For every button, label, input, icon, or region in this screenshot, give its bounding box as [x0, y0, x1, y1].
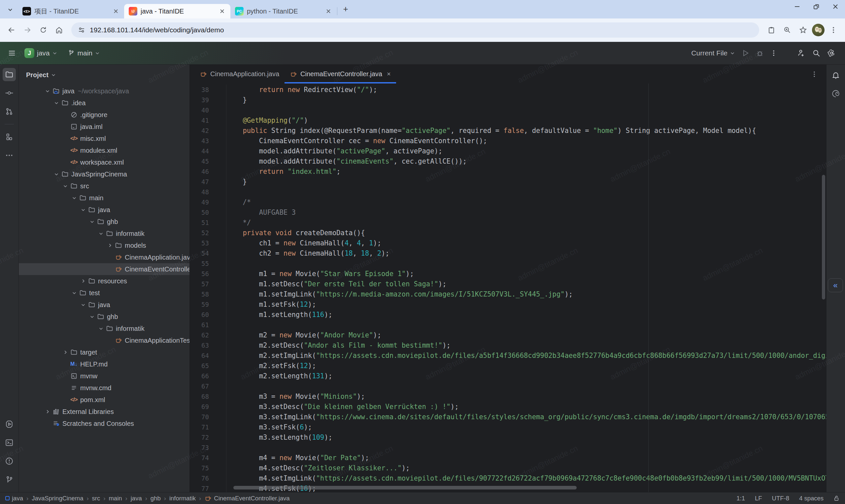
new-tab-button[interactable]: +	[340, 3, 351, 15]
status-indent-size[interactable]: 4 spaces	[799, 495, 824, 502]
status-caret-position[interactable]: 1:1	[736, 495, 745, 502]
more-tools-button[interactable]	[3, 149, 16, 162]
browser-tab-3[interactable]: PCpython - TitanIDE	[230, 4, 337, 18]
tree-chevron-icon[interactable]	[96, 326, 106, 331]
window-restore-button[interactable]	[807, 0, 826, 13]
tree-item-external-libraries[interactable]: External Libraries	[19, 406, 190, 418]
tree-item-cinemaapplication.java[interactable]: CinemaApplication.java	[19, 251, 190, 263]
git-tool-button[interactable]	[3, 473, 16, 486]
tree-item-main[interactable]: main	[19, 192, 190, 204]
structure-tool-button[interactable]	[3, 130, 16, 143]
debug-button[interactable]	[753, 46, 767, 60]
url-text[interactable]: 192.168.101.144/ide/web/coding/java/demo	[90, 26, 224, 34]
close-tab-icon[interactable]	[218, 7, 226, 16]
tree-item-cinemaeventcontroller.java[interactable]: CinemaEventController.java	[19, 263, 190, 275]
tree-item-scratches-and-consoles[interactable]: Scratches and Consoles	[19, 418, 190, 430]
editor-tab-cinemaapplication.java[interactable]: CinemaApplication.java	[194, 65, 284, 84]
status-line-ending[interactable]: LF	[755, 495, 762, 502]
tree-chevron-icon[interactable]	[78, 208, 88, 212]
tree-item-cinemaapplicationtests.java[interactable]: CinemaApplicationTests.java	[19, 335, 190, 346]
breadcrumb-item-ghb[interactable]: ghb	[151, 495, 161, 502]
back-button[interactable]	[5, 23, 18, 37]
bookmark-star-icon[interactable]	[796, 23, 810, 37]
breadcrumb-item-cinemaeventcontroller.java[interactable]: CinemaEventController.java	[204, 495, 289, 502]
editor-tabs-more-button[interactable]	[811, 65, 826, 84]
tree-item-src[interactable]: src	[19, 180, 190, 192]
tree-chevron-icon[interactable]	[87, 219, 97, 224]
tree-item-workspace.xml[interactable]: </>workspace.xml	[19, 156, 190, 168]
run-button[interactable]	[738, 46, 753, 60]
profile-avatar[interactable]	[812, 24, 825, 36]
tree-item-test[interactable]: test	[19, 287, 190, 299]
address-bar[interactable]: 192.168.101.144/ide/web/coding/java/demo	[71, 22, 759, 38]
tree-chevron-icon[interactable]	[87, 314, 97, 319]
notifications-button[interactable]	[829, 69, 842, 82]
breadcrumb-item-java[interactable]: java	[131, 495, 142, 502]
readonly-lock-icon[interactable]	[833, 495, 840, 501]
zoom-extension-icon[interactable]	[780, 23, 794, 37]
browser-tab-2[interactable]: IJjava - TitanIDE	[124, 4, 230, 18]
tree-item-resources[interactable]: resources	[19, 275, 190, 287]
tree-chevron-icon[interactable]	[52, 172, 61, 177]
collapse-panel-button[interactable]: «	[828, 278, 843, 292]
tree-item-misc.xml[interactable]: </>misc.xml	[19, 132, 190, 144]
project-panel-title[interactable]: Project	[26, 71, 49, 79]
tree-chevron-icon[interactable]	[69, 196, 79, 200]
close-tab-icon[interactable]: ×	[386, 70, 391, 78]
tree-item-.idea[interactable]: .idea	[19, 97, 190, 109]
tree-item-java[interactable]: java	[19, 204, 190, 216]
site-settings-icon[interactable]	[78, 26, 85, 34]
browser-menu-icon[interactable]	[827, 23, 840, 37]
services-tool-button[interactable]	[3, 418, 16, 431]
tree-item-java[interactable]: java	[19, 299, 190, 311]
pull-requests-tool-button[interactable]	[3, 105, 16, 118]
tree-item-java.iml[interactable]: java.iml	[19, 121, 190, 132]
home-button[interactable]	[52, 23, 66, 37]
window-minimize-button[interactable]	[788, 0, 807, 13]
editor-horizontal-scrollbar[interactable]	[233, 486, 577, 489]
breadcrumb-item-informatik[interactable]: informatik	[169, 495, 196, 502]
tab-search-button[interactable]	[5, 4, 16, 15]
code-editor[interactable]: 38 return new RedirectView("/");39 }4041…	[190, 84, 826, 492]
tree-item-informatik[interactable]: informatik	[19, 323, 190, 335]
reload-button[interactable]	[36, 23, 50, 37]
window-close-button[interactable]	[826, 0, 845, 13]
tree-chevron-icon[interactable]	[60, 184, 70, 188]
project-tool-button[interactable]	[3, 68, 16, 81]
tree-chevron-icon[interactable]	[78, 279, 88, 283]
forward-button[interactable]	[20, 23, 34, 37]
tree-chevron-icon[interactable]	[42, 89, 52, 93]
tree-item-ghb[interactable]: ghb	[19, 311, 190, 323]
tree-item-target[interactable]: target	[19, 346, 190, 358]
breadcrumb-item-javaspringcinema[interactable]: JavaSpringCinema	[32, 495, 83, 502]
tree-item-.gitignore[interactable]: .gitignore	[19, 109, 190, 121]
tree-chevron-icon[interactable]	[60, 350, 70, 355]
tree-item-modules.xml[interactable]: </>modules.xml	[19, 144, 190, 156]
tree-chevron-icon[interactable]	[69, 291, 79, 295]
clipboard-extension-icon[interactable]	[764, 23, 778, 37]
tree-item-help.md[interactable]: M↓HELP.md	[19, 358, 190, 370]
tree-item-pom.xml[interactable]: </>pom.xml	[19, 394, 190, 406]
tree-item-javaspringcinema[interactable]: JavaSpringCinema	[19, 168, 190, 180]
tree-item-mvnw[interactable]: mvnw	[19, 370, 190, 382]
settings-button[interactable]	[824, 46, 839, 60]
tree-item-ghb[interactable]: ghb	[19, 216, 190, 228]
status-encoding[interactable]: UTF-8	[772, 495, 789, 502]
editor-vertical-scrollbar[interactable]	[822, 175, 825, 300]
breadcrumb-item-src[interactable]: src	[92, 495, 100, 502]
close-tab-icon[interactable]	[111, 7, 120, 16]
search-everywhere-button[interactable]	[809, 46, 824, 60]
tree-chevron-icon[interactable]	[105, 243, 115, 248]
code-with-me-button[interactable]	[793, 46, 809, 60]
tree-item-java[interactable]: java~/workspace/java	[19, 85, 190, 97]
tree-chevron-icon[interactable]	[42, 409, 52, 414]
tree-chevron-icon[interactable]	[96, 231, 106, 236]
close-tab-icon[interactable]	[324, 7, 333, 16]
branch-selector[interactable]: main	[64, 46, 103, 60]
terminal-tool-button[interactable]	[3, 436, 16, 449]
project-selector[interactable]: J java	[21, 46, 60, 60]
ai-assistant-button[interactable]	[829, 87, 842, 100]
tree-item-informatik[interactable]: informatik	[19, 228, 190, 239]
tree-item-models[interactable]: models	[19, 239, 190, 251]
editor-tab-cinemaeventcontroller.java[interactable]: CinemaEventController.java×	[284, 65, 396, 84]
